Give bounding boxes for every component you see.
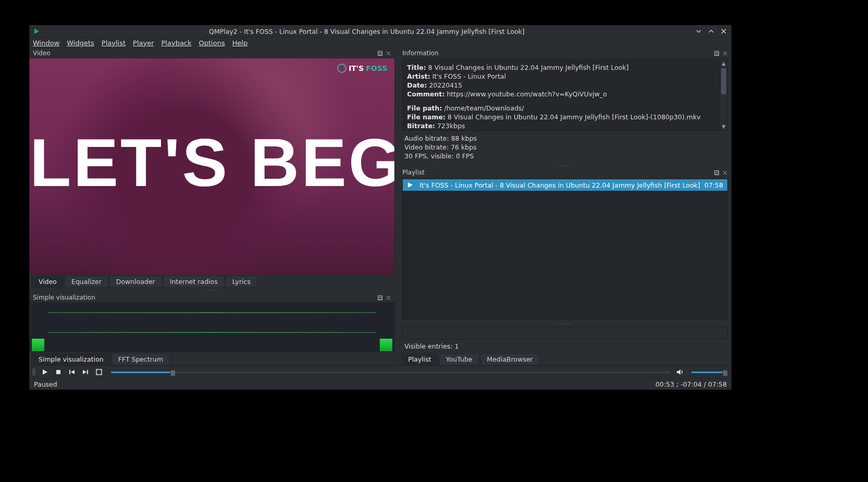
svg-rect-7 (378, 295, 382, 300)
info-textbox[interactable]: Title: 8 Visual Changes in Ubuntu 22.04 … (402, 59, 728, 131)
viz-float-icon[interactable] (377, 294, 383, 301)
play-button[interactable] (39, 366, 51, 378)
scroll-down-icon[interactable]: ▼ (720, 123, 727, 130)
tab-simple-visualization[interactable]: Simple visualization (32, 353, 110, 365)
playlist-search-input[interactable] (402, 327, 728, 339)
viz-pane-title: Simple visualization (33, 294, 95, 301)
app-icon (33, 28, 40, 35)
playback-state: Paused (34, 380, 57, 388)
svg-rect-15 (714, 170, 718, 175)
tab-internet-radios[interactable]: Internet radios (163, 276, 225, 287)
right-lower-tabs: Playlist YouTube MediaBrowser (399, 352, 731, 365)
window-title: QMPlay2 - It's FOSS - Linux Portal - 8 V… (43, 28, 690, 35)
playlist-list[interactable]: It's FOSS - Linux Portal - 8 Visual Chan… (402, 179, 728, 319)
svg-rect-8 (379, 297, 382, 300)
info-pane-header: Information (399, 48, 731, 58)
minimize-button[interactable] (695, 27, 703, 35)
svg-rect-11 (714, 51, 718, 55)
maximize-button[interactable] (707, 27, 715, 35)
tab-youtube[interactable]: YouTube (439, 353, 479, 365)
viz-tabs: Simple visualization FFT Spectrum (30, 352, 394, 365)
playlist-close-icon[interactable] (722, 169, 728, 176)
stop-button[interactable] (53, 366, 64, 378)
svg-rect-16 (716, 172, 718, 175)
info-pane-title: Information (402, 50, 438, 57)
scroll-up-icon[interactable]: ▲ (720, 60, 727, 67)
svg-marker-27 (677, 369, 680, 375)
waveform-left (48, 312, 376, 313)
video-bitrate: Video bitrate: 76 kbps (404, 143, 726, 152)
info-content: Title: 8 Visual Changes in Ubuntu 22.04 … (403, 60, 727, 131)
level-meter-left (32, 339, 44, 351)
fps-info: 30 FPS, visible: 0 FPS (404, 152, 726, 160)
svg-rect-22 (69, 370, 70, 374)
tab-equalizer[interactable]: Equalizer (65, 276, 108, 287)
visible-entries-label: Visible entries: 1 (399, 340, 731, 352)
splitter-horizontal[interactable]: ······ (30, 288, 394, 293)
volume-icon[interactable] (675, 366, 686, 378)
time-display: 00:53 ; -07:04 / 07:58 (655, 380, 727, 388)
tab-video[interactable]: Video (32, 276, 64, 287)
svg-rect-4 (379, 53, 382, 55)
volume-slider[interactable] (691, 370, 728, 374)
splitter-playlist-search[interactable]: ······ (399, 320, 731, 326)
menu-player[interactable]: Player (133, 39, 154, 47)
status-bar: Paused 00:53 ; -07:04 / 07:58 (30, 378, 731, 389)
playlist-row[interactable]: It's FOSS - Linux Portal - 8 Visual Chan… (403, 179, 727, 191)
scroll-thumb[interactable] (721, 68, 726, 94)
titlebar: QMPlay2 - It's FOSS - Linux Portal - 8 V… (30, 26, 731, 38)
waveform-right (48, 332, 376, 333)
video-pane-header: Video (30, 48, 394, 58)
seek-slider[interactable] (111, 370, 671, 374)
info-stats: Audio bitrate: 88 kbps Video bitrate: 76… (399, 132, 731, 163)
playlist-item-time: 07:58 (704, 181, 723, 189)
previous-button[interactable] (66, 366, 78, 378)
menu-help[interactable]: Help (232, 39, 248, 47)
info-float-icon[interactable] (713, 50, 720, 56)
viz-close-icon[interactable] (385, 294, 391, 301)
tab-lyrics[interactable]: Lyrics (226, 276, 257, 287)
tab-downloader[interactable]: Downloader (109, 276, 162, 287)
info-close-icon[interactable] (722, 50, 728, 56)
viz-pane-header: Simple visualization (30, 293, 394, 303)
toolbar-grip[interactable] (33, 368, 36, 376)
audio-bitrate: Audio bitrate: 88 kbps (404, 134, 726, 143)
video-logo: IT'S FOSS (337, 64, 387, 73)
video-pane-title: Video (33, 50, 51, 57)
video-area[interactable]: LET'S BEGIN IT'S FOSS (30, 58, 394, 275)
close-button[interactable] (720, 27, 728, 35)
svg-rect-21 (56, 370, 60, 374)
fullscreen-button[interactable] (93, 366, 105, 378)
svg-rect-3 (378, 51, 382, 55)
playlist-pane-header: Playlist (399, 168, 731, 178)
next-button[interactable] (80, 366, 91, 378)
tab-playlist[interactable]: Playlist (401, 353, 438, 365)
info-scrollbar[interactable]: ▲ ▼ (720, 60, 727, 130)
play-icon (407, 182, 414, 188)
menu-window[interactable]: Window (33, 39, 59, 47)
gear-icon (337, 64, 346, 73)
menubar: Window Widgets Playlist Player Playback … (30, 38, 731, 48)
right-column: Information Title: 8 Visual Changes in U… (399, 48, 731, 365)
splitter-info-playlist[interactable]: ······ (399, 163, 731, 168)
main-body: Video LET'S BEGIN IT'S FOSS Video Equali… (30, 48, 731, 365)
level-meter-right (380, 339, 392, 351)
svg-marker-20 (43, 369, 47, 375)
menu-playback[interactable]: Playback (162, 39, 192, 47)
splitter-vertical[interactable]: ··· (395, 48, 399, 365)
svg-marker-19 (408, 182, 413, 188)
svg-rect-26 (96, 369, 102, 375)
playlist-float-icon[interactable] (713, 169, 720, 176)
video-close-icon[interactable] (385, 50, 391, 56)
tab-fft-spectrum[interactable]: FFT Spectrum (111, 353, 170, 365)
app-window: QMPlay2 - It's FOSS - Linux Portal - 8 V… (29, 25, 731, 390)
playlist-pane-title: Playlist (402, 169, 425, 176)
menu-widgets[interactable]: Widgets (67, 39, 94, 47)
menu-playlist[interactable]: Playlist (102, 39, 126, 47)
video-float-icon[interactable] (377, 50, 383, 56)
svg-rect-12 (716, 53, 718, 55)
tab-mediabrowser[interactable]: MediaBrowser (480, 353, 540, 365)
menu-options[interactable]: Options (199, 39, 225, 47)
control-toolbar (30, 365, 731, 378)
playlist-item-name: It's FOSS - Linux Portal - 8 Visual Chan… (419, 181, 700, 189)
